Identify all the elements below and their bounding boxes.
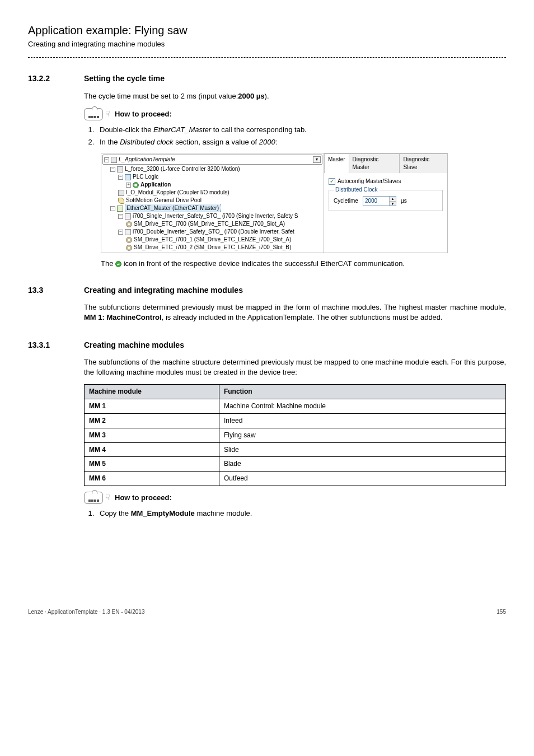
- expand-toggle[interactable]: −: [104, 157, 109, 162]
- tree-label: SM_Drive_ETC_i700 (SM_Drive_ETC_LENZE_i7…: [134, 220, 285, 228]
- hand-icon: ☟: [105, 109, 110, 120]
- plc-icon: [125, 174, 131, 180]
- spin-up-button[interactable]: ▲: [390, 197, 396, 201]
- text: to call the corresponding tab.: [211, 125, 307, 134]
- spin-down-button[interactable]: ▼: [390, 201, 396, 206]
- step-item: In the Distributed clock section, assign…: [96, 137, 506, 147]
- how-to-proceed-label: How to proceed:: [115, 109, 172, 119]
- expand-toggle[interactable]: −: [118, 175, 123, 180]
- text-italic: Distributed clock: [120, 138, 173, 146]
- tab-diag-master[interactable]: Diagnostic Master: [349, 153, 400, 173]
- tree-node[interactable]: −L_force_3200 (L-force Controller 3200 M…: [102, 165, 322, 173]
- text: The subfunctions determined previously m…: [84, 303, 506, 311]
- text: icon in front of the respective device i…: [124, 259, 405, 268]
- section-title: Creating machine modules: [84, 340, 184, 351]
- how-to-proceed-row: ☟ How to proceed:: [84, 108, 506, 120]
- text: Copy the: [100, 509, 131, 517]
- text: section, assign a value of: [174, 138, 259, 146]
- table-cell: MM 3: [85, 428, 219, 442]
- text: , is already included in the Application…: [162, 313, 443, 321]
- expand-toggle[interactable]: −: [118, 230, 123, 235]
- field-label: Cycletime: [334, 197, 358, 205]
- cycletime-input[interactable]: 2000: [363, 197, 389, 206]
- device-icon: [117, 166, 123, 172]
- tree-label: i700_Single_Inverter_Safety_STO_ (i700 (…: [133, 212, 298, 220]
- spinner[interactable]: ▲ ▼: [389, 197, 396, 206]
- dropdown-button[interactable]: ▾: [313, 156, 321, 163]
- table-cell: Slide: [219, 442, 505, 457]
- page-number: 155: [496, 608, 506, 616]
- inverter-icon: [125, 213, 131, 220]
- tree-node[interactable]: SoftMotion General Drive Pool: [102, 197, 322, 204]
- step-item: Double-click the EtherCAT_Master to call…: [96, 125, 506, 135]
- expand-toggle[interactable]: −: [110, 167, 115, 172]
- table-cell: Blade: [219, 457, 505, 472]
- table-cell: MM 1: [85, 399, 219, 414]
- steps-icon: [84, 492, 103, 504]
- tree-node[interactable]: −PLC Logic: [102, 173, 322, 181]
- section-number: 13.2.2: [28, 73, 84, 85]
- properties-pane: Master Diagnostic Master Diagnostic Slav…: [324, 153, 447, 253]
- tab-strip: Master Diagnostic Master Diagnostic Slav…: [324, 153, 447, 173]
- text-italic: 2000: [259, 138, 275, 146]
- step-item: Copy the MM_EmptyModule machine module.: [96, 508, 506, 519]
- green-status-icon: [115, 261, 121, 267]
- table-header: Function: [219, 385, 505, 399]
- tree-node[interactable]: I_O_Modul_Koppler (Coupler I/O moduls): [102, 189, 322, 197]
- text: ).: [265, 92, 269, 100]
- section-title: Creating and integrating machine modules: [84, 285, 243, 296]
- application-icon: [133, 182, 139, 188]
- page-title: Application example: Flying saw: [28, 22, 506, 38]
- tree-root-label: L_ApplicationTemplate: [119, 156, 313, 164]
- divider: [28, 57, 506, 58]
- text: The: [101, 259, 115, 268]
- tab-master[interactable]: Master: [324, 153, 349, 173]
- text-italic: EtherCAT_Master: [153, 125, 211, 134]
- table-cell: MM 5: [85, 457, 219, 472]
- tree-label-selected: EtherCAT_Master (EtherCAT Master): [125, 204, 221, 212]
- tree-node[interactable]: SM_Drive_ETC_i700 (SM_Drive_ETC_LENZE_i7…: [102, 220, 322, 228]
- tree-node[interactable]: +Application: [102, 181, 322, 189]
- inverter-icon: [125, 229, 131, 235]
- tree-label: SM_Drive_ETC_i700_1 (SM_Drive_ETC_LENZE_…: [134, 236, 291, 244]
- tree-node[interactable]: SM_Drive_ETC_i700_1 (SM_Drive_ETC_LENZE_…: [102, 236, 322, 244]
- unit-label: µs: [401, 197, 407, 205]
- tree-node[interactable]: −EtherCAT_Master (EtherCAT Master): [102, 204, 322, 212]
- tree-label: Application: [140, 181, 171, 189]
- expand-toggle[interactable]: −: [118, 214, 123, 219]
- tree-label: i700_Double_Inverter_Safety_STO_ (i700 (…: [133, 228, 294, 236]
- table-cell: MM 4: [85, 442, 219, 457]
- tree-node[interactable]: −i700_Single_Inverter_Safety_STO_ (i700 …: [102, 212, 322, 220]
- text: Double-click the: [100, 125, 153, 134]
- section-number: 13.3: [28, 285, 84, 296]
- tree-label: I_O_Modul_Koppler (Coupler I/O moduls): [126, 189, 229, 197]
- table-row: MM 5Blade: [85, 457, 506, 472]
- checkbox-checked-icon[interactable]: ✓: [329, 178, 335, 185]
- distributed-clock-group: Distributed Clock Cycletime 2000 ▲ ▼ µs: [329, 190, 443, 211]
- intro-paragraph: The cycle time must be set to 2 ms (inpu…: [84, 91, 506, 101]
- project-icon: [111, 157, 117, 163]
- device-tree-pane: − L_ApplicationTemplate ▾ −L_force_3200 …: [101, 153, 324, 253]
- drive-icon: [126, 245, 132, 251]
- tree-node[interactable]: −i700_Double_Inverter_Safety_STO_ (i700 …: [102, 228, 322, 236]
- text-bold: MM 1: MachineControl: [84, 313, 162, 321]
- drive-icon: [126, 221, 132, 227]
- page-footer: Lenze · ApplicationTemplate · 1.3 EN - 0…: [28, 608, 506, 616]
- section-heading: 13.3.1 Creating machine modules: [28, 340, 506, 351]
- text: In the: [100, 138, 120, 146]
- tree-node[interactable]: SM_Drive_ETC_i700_2 (SM_Drive_ETC_LENZE_…: [102, 244, 322, 251]
- how-to-proceed-label: How to proceed:: [115, 493, 172, 503]
- ethercat-icon: [117, 206, 123, 212]
- section-number: 13.3.1: [28, 340, 84, 351]
- expand-toggle[interactable]: +: [126, 183, 131, 188]
- drive-icon: [126, 237, 132, 243]
- autoconfig-row[interactable]: ✓ Autoconfig Master/Slaves: [329, 178, 443, 185]
- table-cell: Flying saw: [219, 428, 505, 442]
- expand-toggle[interactable]: −: [110, 206, 115, 211]
- tab-diag-slave[interactable]: Diagnostic Slave: [399, 153, 448, 173]
- tree-root-row[interactable]: − L_ApplicationTemplate ▾: [102, 155, 322, 165]
- cycletime-input-wrap[interactable]: 2000 ▲ ▼: [363, 196, 396, 206]
- table-cell: Machine Control: Machine module: [219, 399, 505, 414]
- paragraph: The subfunctions determined previously m…: [84, 302, 506, 323]
- table-cell: MM 2: [85, 414, 219, 428]
